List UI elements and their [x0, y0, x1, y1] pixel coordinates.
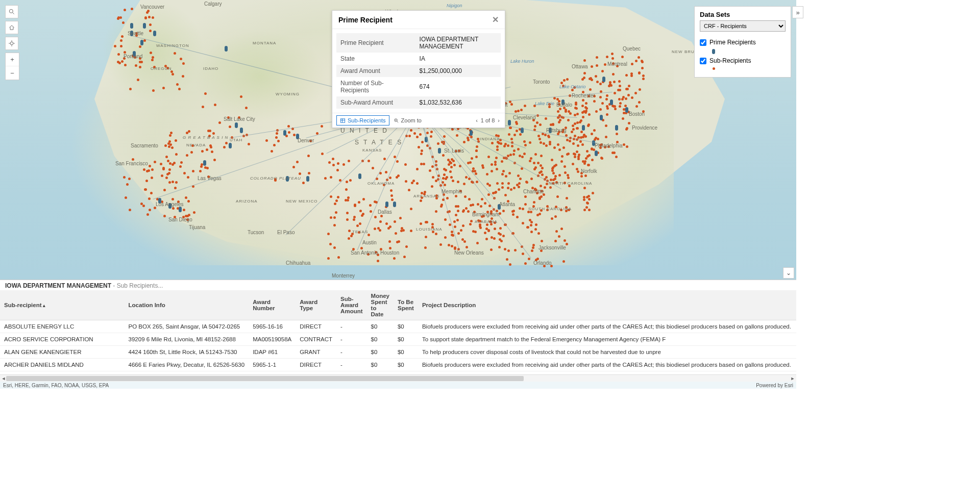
table-cell: ABSOLUTE ENERGY LLC: [0, 320, 125, 333]
popup-attr-label: Prime Recipient: [336, 33, 415, 53]
table-cell: -: [336, 333, 366, 346]
table-cell: 5965-1-1: [249, 359, 296, 371]
map-tools: + −: [5, 5, 19, 80]
table-cell: PO BOX 265, Saint Ansgar, IA 50472-0265: [125, 320, 249, 333]
layers-panel: Data Sets CRF - Recipients Prime Recipie…: [694, 6, 791, 78]
popup-attr-value: IA: [415, 53, 501, 65]
zoom-to-link[interactable]: Zoom to: [394, 117, 422, 123]
scroll-right-icon[interactable]: ►: [789, 375, 796, 382]
table-row[interactable]: ARCHER DANIELS MIDLAND4666 E Faries Pkwy…: [0, 359, 796, 371]
table-cell: 4424 160th St, Little Rock, IA 51243-753…: [125, 346, 249, 359]
popup-attr-label: State: [336, 53, 415, 65]
svg-line-11: [397, 121, 398, 122]
expand-panel-button[interactable]: »: [792, 6, 803, 18]
table-cell: $0: [367, 333, 394, 346]
layer-checkbox[interactable]: [700, 39, 706, 46]
svg-line-1: [13, 13, 14, 14]
table-cell: 39209 6 Mile Rd, Livonia, MI 48152-2688: [125, 333, 249, 346]
layers-title: Data Sets: [700, 11, 786, 18]
scrollbar-thumb[interactable]: [6, 376, 524, 381]
sub-recipients-button[interactable]: Sub-Recipients: [336, 115, 389, 125]
sub-recipients-label: Sub-Recipients: [348, 117, 386, 123]
column-header[interactable]: Sub-Award Amount: [336, 290, 366, 320]
close-icon[interactable]: ✕: [492, 15, 499, 24]
popup-attr-value: 674: [415, 77, 501, 96]
popup-attribute-table: Prime RecipientIOWA DEPARTMENT MANAGEMEN…: [336, 33, 501, 109]
layer-label: Prime Recipients: [709, 39, 756, 46]
table-cell: ACRO SERVICE CORPORATION: [0, 333, 125, 346]
layer-item: Prime Recipients: [700, 39, 786, 46]
table-cell: DIRECT: [296, 320, 336, 333]
sub-recipients-table: Sub-recipientLocation InfoAward NumberAw…: [0, 290, 796, 374]
pager-next-icon[interactable]: ›: [497, 117, 501, 123]
column-header[interactable]: Award Number: [249, 290, 296, 320]
table-cell: To help producers cover disposal costs o…: [418, 346, 796, 359]
table-cell: $0: [394, 346, 418, 359]
table-cell: MA00519058A: [249, 333, 296, 346]
pager-prev-icon[interactable]: ‹: [475, 117, 479, 123]
app-root: VancouverCalgarySeattlePortlandOREGONIDA…: [0, 0, 796, 389]
table-cell: $0: [367, 359, 394, 371]
popup-pager: ‹ 1 of 8 ›: [475, 117, 501, 123]
layer-label: Sub-Recipients: [709, 57, 751, 64]
table-cell: $0: [394, 320, 418, 333]
table-panel: IOWA DEPARTMENT MANAGEMENT - Sub Recipie…: [0, 280, 796, 382]
attribution-powered: Powered by Esri: [756, 383, 793, 388]
dataset-select[interactable]: CRF - Recipients: [700, 20, 786, 32]
table-cell: 4666 E Faries Pkwy, Decatur, IL 62526-56…: [125, 359, 249, 371]
table-cell: $0: [367, 346, 394, 359]
column-header[interactable]: Money Spent to Date: [367, 290, 394, 320]
table-horizontal-scrollbar[interactable]: ◄ ►: [0, 374, 796, 382]
column-header[interactable]: Award Type: [296, 290, 336, 320]
table-cell: 5965-16-16: [249, 320, 296, 333]
table-cell: ALAN GENE KANENGIETER: [0, 346, 125, 359]
table-cell: GRANT: [296, 346, 336, 359]
popup-attr-value: $1,032,532,636: [415, 96, 501, 109]
attribution-sources: Esri, HERE, Garmin, FAO, NOAA, USGS, EPA: [3, 383, 109, 388]
table-cell: CONTRACT: [296, 333, 336, 346]
popup-attr-label: Award Amount: [336, 65, 415, 77]
table-cell: $0: [367, 320, 394, 333]
table-cell: -: [336, 359, 366, 371]
column-header[interactable]: Sub-recipient: [0, 290, 125, 320]
table-cell: To support state department match to the…: [418, 333, 796, 346]
layer-symbol-icon: [713, 67, 715, 70]
table-cell: -: [336, 320, 366, 333]
table-cell: $0: [394, 333, 418, 346]
popup-title: Prime Recipient: [338, 16, 393, 24]
table-row[interactable]: ACRO SERVICE CORPORATION39209 6 Mile Rd,…: [0, 333, 796, 346]
map-attribution: Esri, HERE, Garmin, FAO, NOAA, USGS, EPA…: [0, 382, 796, 389]
table-title: IOWA DEPARTMENT MANAGEMENT - Sub Recipie…: [0, 280, 796, 290]
svg-rect-7: [340, 118, 345, 122]
table-row[interactable]: ABSOLUTE ENERGY LLCPO BOX 265, Saint Ans…: [0, 320, 796, 333]
map-label: Monterrey: [332, 273, 355, 279]
pager-text: 1 of 8: [481, 117, 495, 123]
svg-point-0: [9, 9, 13, 13]
column-header[interactable]: Location Info: [125, 290, 249, 320]
table-row[interactable]: ALAN GENE KANENGIETER4424 160th St, Litt…: [0, 346, 796, 359]
table-cell: ARCHER DANIELS MIDLAND: [0, 359, 125, 371]
zoom-to-label: Zoom to: [401, 117, 422, 123]
zoom-in-button[interactable]: +: [6, 53, 19, 66]
column-header[interactable]: Project Description: [418, 290, 796, 320]
column-header[interactable]: To Be Spent: [394, 290, 418, 320]
table-panel-toggle[interactable]: ⌄: [783, 267, 794, 279]
popup-attr-label: Number of Sub-Recipients: [336, 77, 415, 96]
table-cell: IDAP #61: [249, 346, 296, 359]
popup-attr-label: Sub-Award Amount: [336, 96, 415, 109]
layer-item: Sub-Recipients: [700, 57, 786, 64]
layer-symbol-icon: [712, 49, 715, 54]
table-cell: -: [336, 346, 366, 359]
table-cell: DIRECT: [296, 359, 336, 371]
popup-attr-value: $1,250,000,000: [415, 65, 501, 77]
layer-checkbox[interactable]: [700, 58, 706, 64]
home-button[interactable]: [5, 21, 18, 34]
table-cell: Biofuels producers were excluded from re…: [418, 359, 796, 371]
zoom-group: + −: [5, 53, 19, 80]
zoom-out-button[interactable]: −: [6, 66, 19, 80]
table-cell: Biofuels producers were excluded from re…: [418, 320, 796, 333]
svg-point-2: [10, 42, 13, 45]
popup-attr-value: IOWA DEPARTMENT MANAGEMENT: [415, 33, 501, 53]
locate-button[interactable]: [5, 37, 18, 50]
search-button[interactable]: [5, 5, 18, 18]
